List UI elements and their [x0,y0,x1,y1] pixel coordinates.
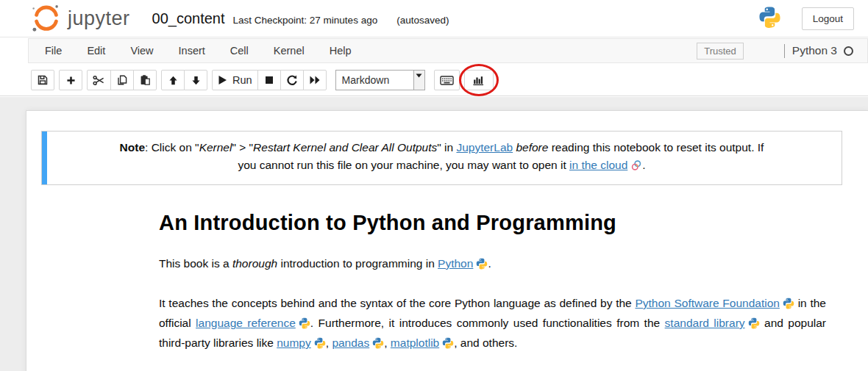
restart-icon [286,74,298,86]
text-segment: . [488,257,491,270]
text-segment: " > " [232,141,253,154]
menu-cell[interactable]: Cell [218,45,261,57]
notebook-title[interactable]: 00_content [152,10,225,27]
kernel-name: Python 3 [792,44,837,57]
notebook-header: jupyter 00_content Last Checkpoint: 27 m… [0,0,868,37]
chevron-down-icon [413,71,424,90]
menu-view[interactable]: View [118,45,166,57]
text-segment: " in [437,141,456,154]
restart-kernel-button[interactable] [280,70,304,90]
paste-icon [139,74,151,86]
paragraph: This book is a thorough introduction to … [159,255,826,275]
logout-button[interactable]: Logout [802,7,854,30]
paste-cells-button[interactable] [133,70,157,90]
text-segment: Restart Kernel and Clear All Outputs [253,141,437,154]
menu-help[interactable]: Help [317,45,364,57]
play-icon [218,75,227,85]
text-link[interactable]: JupyterLab [456,141,513,154]
note-callout: Note: Click on "Kernel" > "Restart Kerne… [41,131,842,185]
menu-bar: File Edit View Insert Cell Kernel Help T… [28,38,868,63]
cell-type-select[interactable]: Markdown [335,70,425,90]
python-icon [783,297,794,314]
interrupt-kernel-button[interactable] [257,70,281,90]
toolbar: Run Markdown [0,64,868,96]
page-title: An Introduction to Python and Programmin… [159,211,826,235]
python-icon [314,336,326,354]
run-label: Run [232,74,252,86]
plus-icon [65,75,77,86]
menu-kernel[interactable]: Kernel [261,45,317,57]
notebook-page: Note: Click on "Kernel" > "Restart Kerne… [26,110,868,371]
text-link[interactable]: Python [438,257,488,270]
text-link[interactable]: standard library [665,317,760,329]
menu-edit[interactable]: Edit [74,45,118,57]
python-icon [299,317,310,334]
arrow-down-icon [191,75,202,86]
copy-cells-button[interactable] [110,70,134,90]
paragraph: It teaches the concepts behind and the s… [159,295,826,354]
cell-type-value: Markdown [336,71,413,90]
logo-text: jupyter [68,7,130,30]
restart-run-all-button[interactable] [303,70,327,90]
chart-extension-button[interactable] [464,70,494,90]
python-kernel-logo-icon [758,6,781,32]
python-icon [442,336,454,354]
text-link[interactable]: numpy [277,336,326,349]
python-icon [372,336,384,354]
cut-cells-button[interactable] [87,70,111,90]
jupyter-logo[interactable]: jupyter [29,3,130,34]
text-segment: It teaches the concepts behind and the s… [159,297,635,309]
text-segment: . Furthermore, it introduces commonly us… [310,317,665,329]
note-accent-bar [42,132,47,184]
text-segment: : Click on " [145,141,199,154]
python-icon [476,257,488,275]
text-link[interactable]: language reference [196,317,310,329]
keyboard-icon [440,75,454,86]
markdown-cell[interactable]: An Introduction to Python and Programmin… [159,211,826,354]
bar-chart-icon [472,74,485,86]
text-link[interactable]: Python Software Foundation [635,297,794,309]
arrow-up-icon [168,75,179,86]
text-segment: Kernel [199,141,232,154]
text-segment: thorough [232,257,277,270]
run-cell-button[interactable]: Run [212,70,258,90]
text-segment: . [642,159,645,171]
divider [784,44,785,58]
move-cell-down-button[interactable] [184,70,207,90]
trusted-badge: Trusted [697,43,744,60]
text-link[interactable]: matplotlib [391,336,454,349]
text-segment: , [384,336,391,349]
text-segment: introduction to programming in [277,257,438,270]
text-segment: This book is a [159,257,232,270]
menu-insert[interactable]: Insert [166,45,218,57]
copy-icon [116,74,128,86]
checkpoint-status: Last Checkpoint: 27 minutes ago [233,15,378,26]
python-icon [748,317,760,334]
text-link[interactable]: in the cloud [569,159,642,171]
insert-cell-button[interactable] [59,70,82,90]
autosave-status: (autosaved) [396,15,449,26]
text-link[interactable]: pandas [332,336,384,349]
jupyter-logo-icon [29,3,63,34]
note-text: Note: Click on "Kernel" > "Restart Kerne… [120,141,764,171]
binder-icon [630,159,642,176]
text-segment: Note [120,141,145,154]
text-segment: , and others. [454,336,517,349]
fast-forward-icon [309,75,321,85]
cut-icon [93,75,105,86]
command-palette-button[interactable] [434,70,460,90]
menu-file[interactable]: File [29,45,74,57]
stop-icon [264,75,274,85]
save-button[interactable] [31,70,54,90]
kernel-idle-indicator-icon [844,46,853,56]
text-segment: before [516,141,548,154]
move-cell-up-button[interactable] [161,70,185,90]
save-icon [37,74,49,86]
